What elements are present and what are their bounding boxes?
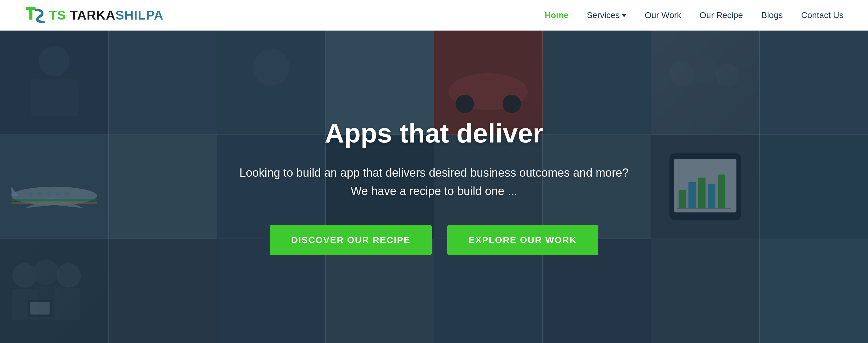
hero-buttons: DISCOVER OUR RECIPE EXPLORE OUR WORK [235, 225, 633, 255]
chevron-down-icon [622, 14, 626, 17]
nav-item-contact-us[interactable]: Contact Us [801, 10, 844, 20]
nav-item-our-recipe[interactable]: Our Recipe [700, 10, 743, 20]
discover-recipe-button[interactable]: DISCOVER OUR RECIPE [270, 225, 432, 255]
nav-links: Home Services Our Work Our Recipe Blogs … [545, 10, 843, 20]
logo-ts2: S [57, 8, 66, 22]
hero-title: Apps that deliver [235, 118, 633, 148]
svg-rect-2 [29, 7, 32, 20]
navbar: TS TARKASHILPA Home Services Our Work Ou… [0, 0, 868, 31]
nav-link-home[interactable]: Home [545, 10, 568, 20]
nav-item-services[interactable]: Services [587, 10, 626, 20]
nav-link-our-recipe[interactable]: Our Recipe [700, 10, 743, 20]
logo[interactable]: TS TARKASHILPA [25, 5, 163, 26]
nav-item-blogs[interactable]: Blogs [761, 10, 783, 20]
logo-tarka: TARKA [70, 8, 115, 22]
hero-section: Apps that deliver Looking to build an ap… [0, 31, 868, 343]
hero-subtitle: Looking to build an app that delivers de… [235, 164, 633, 201]
nav-link-contact-us[interactable]: Contact Us [801, 10, 844, 20]
nav-link-our-work[interactable]: Our Work [645, 10, 681, 20]
nav-link-services[interactable]: Services [587, 10, 626, 20]
logo-icon [25, 5, 45, 26]
nav-item-our-work[interactable]: Our Work [645, 10, 681, 20]
logo-shilpa: SHILPA [115, 8, 163, 22]
nav-item-home[interactable]: Home [545, 10, 568, 20]
hero-content: Apps that deliver Looking to build an ap… [174, 118, 694, 255]
nav-link-blogs[interactable]: Blogs [761, 10, 783, 20]
logo-ts: T [49, 8, 57, 22]
explore-work-button[interactable]: EXPLORE OUR WORK [447, 225, 598, 255]
